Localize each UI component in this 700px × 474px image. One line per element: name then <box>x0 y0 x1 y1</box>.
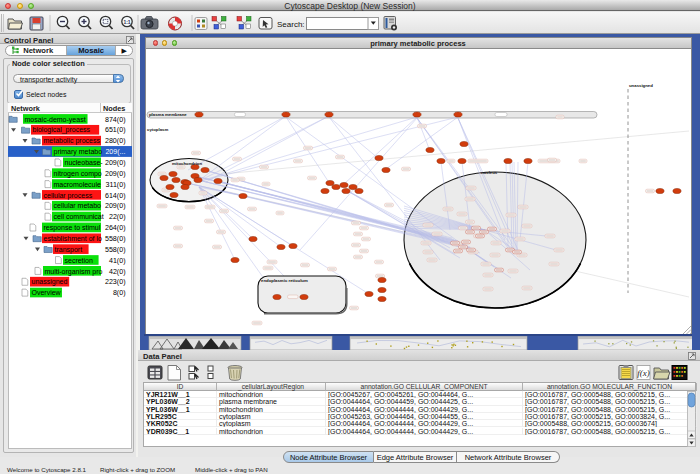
svg-text:Search:: Search: <box>277 20 305 29</box>
svg-text:cytoplasm: cytoplasm <box>147 127 168 132</box>
svg-text:macromolecule: macromolecule <box>54 181 102 188</box>
svg-text:651(0): 651(0) <box>105 126 126 134</box>
svg-text:558(0): 558(0) <box>105 235 126 243</box>
svg-text:614(0): 614(0) <box>105 192 126 200</box>
svg-text:unassigned: unassigned <box>32 278 68 286</box>
svg-text:874(0): 874(0) <box>105 116 126 124</box>
svg-text:primary metabo: primary metabo <box>54 148 103 156</box>
svg-text:cellular metabo: cellular metabo <box>54 202 102 209</box>
svg-text:nitrogen compo: nitrogen compo <box>54 170 102 178</box>
svg-text:311(0): 311(0) <box>106 181 126 189</box>
svg-text:f(x): f(x) <box>637 368 650 378</box>
svg-text:endoplasmic reticulum: endoplasmic reticulum <box>261 278 308 283</box>
svg-text:unassigned: unassigned <box>629 83 653 88</box>
svg-text:cell communicat: cell communicat <box>54 213 104 220</box>
svg-text:223(0): 223(0) <box>105 278 126 286</box>
svg-text:41(0): 41(0) <box>109 257 126 265</box>
svg-text:209(...: 209(... <box>105 148 125 156</box>
svg-text:multi-organism pro: multi-organism pro <box>45 268 103 276</box>
svg-text:264(0): 264(0) <box>105 224 126 232</box>
svg-text:transport: transport <box>55 246 83 254</box>
svg-text:209(0): 209(0) <box>105 159 126 167</box>
svg-text:mitochondrion: mitochondrion <box>172 161 202 166</box>
svg-text:558(0): 558(0) <box>105 246 126 254</box>
svg-text:mosaic-demo-yeast: mosaic-demo-yeast <box>25 116 86 124</box>
svg-text:secretion: secretion <box>65 257 94 264</box>
svg-text:22(0): 22(0) <box>109 213 126 221</box>
svg-text:establishment of lo: establishment of lo <box>44 235 102 242</box>
svg-text:280(0): 280(0) <box>105 137 126 145</box>
svg-text:plasma membrane: plasma membrane <box>149 112 187 117</box>
svg-text:cellular process: cellular process <box>44 192 93 200</box>
svg-text:response to stimul: response to stimul <box>44 224 101 232</box>
svg-text:209(0): 209(0) <box>105 202 126 210</box>
svg-text:metabolic process: metabolic process <box>44 137 101 145</box>
svg-text:209(0): 209(0) <box>105 170 126 178</box>
svg-text:1:1: 1:1 <box>123 19 130 25</box>
svg-text:42(0): 42(0) <box>109 268 126 276</box>
svg-text:Overview: Overview <box>32 289 62 296</box>
svg-text:biological_process: biological_process <box>33 126 91 134</box>
svg-text:nucleobase-: nucleobase- <box>65 159 104 166</box>
svg-text:nucleus: nucleus <box>481 170 498 175</box>
svg-text:8(0): 8(0) <box>113 289 126 297</box>
